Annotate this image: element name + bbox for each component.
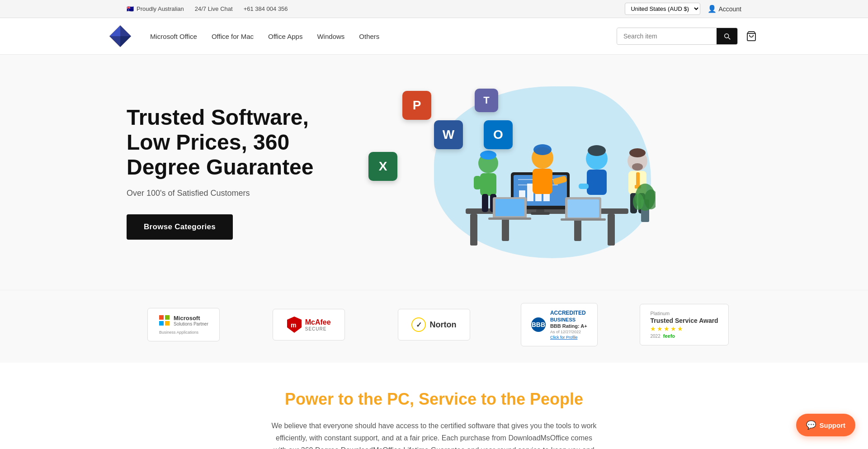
badges-strip: Microsoft Solutions Partner Business App… [0,290,868,363]
svg-rect-38 [567,199,599,217]
feefo-stars: ★★★★★ [650,325,684,332]
feefo-brand: feefo [663,333,675,339]
account-link[interactable]: 👤 Account [708,5,741,13]
norton-check-icon [411,317,426,332]
feefo-title-label: Trusted Service Award [650,317,718,324]
svg-text:m: m [291,321,296,329]
ms-badge-line2: Solutions Partner [174,321,208,326]
logo[interactable] [108,24,132,48]
svg-rect-7 [608,214,615,246]
powerpoint-icon: P [402,91,431,120]
svg-rect-6 [470,214,477,246]
bbb-accredited-label: ACCREDITED [550,310,586,316]
svg-rect-23 [474,176,481,189]
svg-point-21 [480,151,496,160]
hero-title: Trusted Software, Low Prices, 360 Degree… [127,105,344,180]
ms-logo-grid [159,315,170,326]
ms-badge-line3: Business Applications [159,330,198,335]
search-form [617,28,738,45]
nav-office-for-mac[interactable]: Office for Mac [212,29,254,44]
search-input[interactable] [617,28,717,44]
bbb-logo-icon: BBB [531,317,546,332]
nav-bar: Microsoft Office Office for Mac Office A… [0,18,868,55]
currency-selector[interactable]: United States (AUD $) [625,3,700,15]
svg-point-27 [533,144,552,155]
svg-marker-2 [109,36,120,47]
svg-rect-39 [561,218,606,221]
svg-rect-36 [579,184,589,189]
phone-label[interactable]: +61 384 004 356 [244,5,288,12]
svg-rect-44 [636,172,640,186]
bbb-rating: BBB Rating: A+ [550,323,587,329]
norton-label: Norton [429,320,456,330]
svg-marker-4 [120,36,131,47]
nav-microsoft-office[interactable]: Microsoft Office [150,29,197,44]
ms-badge-line1: Microsoft [174,315,208,321]
search-button[interactable] [717,28,737,44]
nav-office-apps[interactable]: Office Apps [268,29,302,44]
svg-rect-31 [495,199,524,216]
nav-others[interactable]: Others [359,29,379,44]
person-icon: 👤 [708,5,717,13]
proudly-australian-text: Proudly Australian [137,5,184,12]
power-description: We believe that everyone should have acc… [271,420,597,449]
svg-rect-22 [480,173,496,196]
support-icon: 💬 [806,420,816,430]
bbb-cta[interactable]: Click for Profile [550,335,578,340]
hero-illustration: X W P O T [344,82,741,263]
badge-feefo: Platinum Trusted Service Award ★★★★★ 202… [627,304,741,345]
nav-links: Microsoft Office Office for Mac Office A… [150,29,379,44]
nav-windows[interactable]: Windows [317,29,344,44]
bbb-date: As of 12/27/2022 [550,330,581,334]
support-label: Support [820,421,846,429]
svg-marker-1 [120,25,131,36]
top-bar: 🇦🇺 Proudly Australian 24/7 Live Chat +61… [0,0,868,18]
power-section: Power to the PC, Service to the People W… [0,363,868,449]
logo-icon [108,24,132,48]
browse-categories-button[interactable]: Browse Categories [127,214,233,240]
svg-rect-28 [533,169,552,194]
svg-point-42 [632,163,643,170]
svg-rect-32 [488,217,531,220]
svg-rect-19 [531,212,550,215]
power-title: Power to the PC, Service to the People [127,390,741,409]
support-button[interactable]: 💬 Support [796,414,856,436]
svg-rect-35 [587,170,607,195]
flag-emoji: 🇦🇺 [127,5,134,12]
svg-marker-3 [109,25,120,36]
mcafee-sublabel: SECURE [305,326,331,331]
hero-people-illustration [429,109,656,263]
feefo-year: 2022 [650,334,660,339]
svg-point-41 [629,148,646,157]
badge-mcafee: m McAfee SECURE [252,309,366,340]
badge-microsoft-partner: Microsoft Solutions Partner Business App… [127,308,241,341]
svg-rect-24 [482,194,488,212]
badge-bbb: BBB ACCREDITED BUSINESS BBB Rating: A+ A… [502,303,616,346]
feefo-top-label: Platinum [650,311,670,316]
hero-section: Trusted Software, Low Prices, 360 Degree… [0,55,868,290]
badge-norton: Norton [377,309,491,340]
search-icon [723,32,731,40]
live-chat-label[interactable]: 24/7 Live Chat [195,5,233,12]
australian-flag-label: 🇦🇺 Proudly Australian [127,5,184,12]
cart-button[interactable] [743,28,760,44]
svg-point-34 [588,145,606,156]
svg-point-51 [633,194,644,210]
svg-rect-13 [527,184,533,201]
cart-icon [746,31,757,42]
account-label: Account [718,5,741,13]
mcafee-label: McAfee [305,318,331,326]
excel-icon: X [368,152,397,181]
hero-subtitle: Over 100's of Satisfied Customers [127,189,344,198]
mcafee-shield-icon: m [287,317,302,333]
bbb-business-label: BUSINESS [550,317,576,322]
